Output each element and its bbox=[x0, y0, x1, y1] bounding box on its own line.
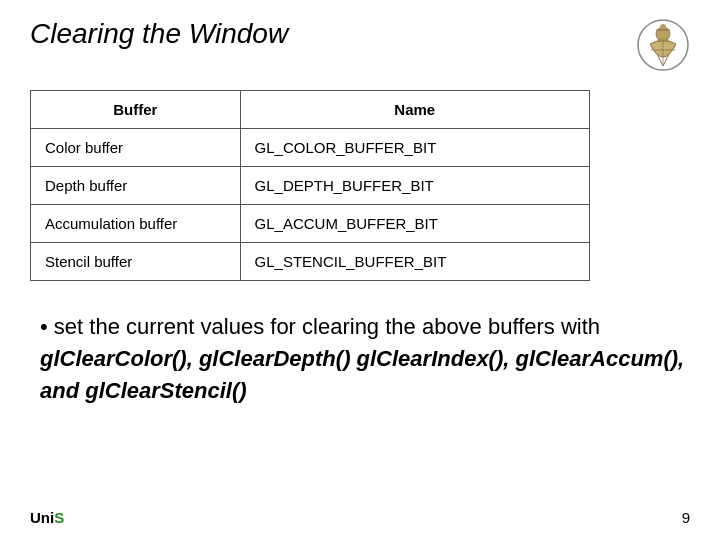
table-row: Accumulation bufferGL_ACCUM_BUFFER_BIT bbox=[31, 205, 590, 243]
svg-point-5 bbox=[660, 24, 666, 30]
buffer-cell: Color buffer bbox=[31, 129, 241, 167]
buffer-cell: Stencil buffer bbox=[31, 243, 241, 281]
footer-uni-s: S bbox=[54, 509, 64, 526]
bullet-section: • set the current values for clearing th… bbox=[30, 311, 690, 407]
table-header-row: Buffer Name bbox=[31, 91, 590, 129]
table-row: Stencil bufferGL_STENCIL_BUFFER_BIT bbox=[31, 243, 590, 281]
page-number: 9 bbox=[682, 509, 690, 526]
slide-container: Clearing the Window Buffer Name bbox=[0, 0, 720, 540]
name-cell: GL_COLOR_BUFFER_BIT bbox=[240, 129, 589, 167]
col-header-name: Name bbox=[240, 91, 589, 129]
footer: UniS bbox=[30, 509, 64, 526]
slide-header: Clearing the Window bbox=[30, 18, 690, 72]
footer-uni-text: Uni bbox=[30, 509, 54, 526]
slide-title: Clearing the Window bbox=[30, 18, 288, 50]
name-cell: GL_STENCIL_BUFFER_BIT bbox=[240, 243, 589, 281]
university-crest-icon bbox=[636, 18, 690, 72]
bullet-dot: • bbox=[40, 314, 48, 339]
bullet-paragraph: • set the current values for clearing th… bbox=[40, 311, 690, 407]
bullet-functions: glClearColor(), glClearDepth() glClearIn… bbox=[40, 346, 684, 403]
name-cell: GL_DEPTH_BUFFER_BIT bbox=[240, 167, 589, 205]
table-row: Color bufferGL_COLOR_BUFFER_BIT bbox=[31, 129, 590, 167]
buffer-cell: Depth buffer bbox=[31, 167, 241, 205]
col-header-buffer: Buffer bbox=[31, 91, 241, 129]
table-row: Depth bufferGL_DEPTH_BUFFER_BIT bbox=[31, 167, 590, 205]
bullet-prefix: set the current values for clearing the … bbox=[54, 314, 600, 339]
buffer-cell: Accumulation buffer bbox=[31, 205, 241, 243]
buffer-table: Buffer Name Color bufferGL_COLOR_BUFFER_… bbox=[30, 90, 590, 281]
name-cell: GL_ACCUM_BUFFER_BIT bbox=[240, 205, 589, 243]
